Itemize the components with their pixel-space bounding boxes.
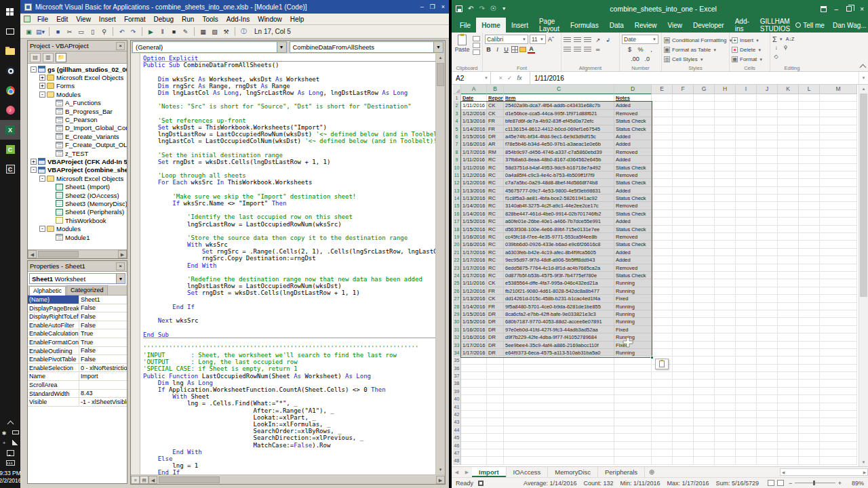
cell-K9[interactable] — [778, 156, 799, 163]
cut-icon[interactable]: ✂ — [64, 26, 75, 37]
camtasia-recorder-button[interactable]: C — [0, 159, 20, 179]
cell-D39[interactable] — [614, 388, 652, 395]
cell-H7[interactable] — [715, 140, 736, 148]
move-icon[interactable]: + — [1, 440, 7, 446]
cell-C20[interactable]: 039bb6d0-0926-433e-b6ad-e9c6f26616c8 — [504, 241, 614, 248]
cell-A4[interactable]: 1/13/2016 — [461, 117, 487, 125]
zoom-slider-thumb[interactable] — [813, 481, 815, 485]
column-header-G[interactable]: G — [694, 85, 715, 94]
cell-H29[interactable] — [715, 310, 736, 318]
collapse-icon[interactable]: - — [31, 66, 37, 73]
cell-B8[interactable]: RM — [487, 148, 504, 156]
cell-M34[interactable] — [820, 349, 857, 357]
cell-G30[interactable] — [694, 318, 715, 325]
cell-C18[interactable]: d563f308-100e-4e66-89bf-715e0131e7ee — [504, 226, 614, 233]
row-header-21[interactable]: 21 — [453, 249, 461, 256]
row-header-34[interactable]: 34 — [453, 349, 461, 357]
cell-L8[interactable] — [799, 148, 820, 156]
cell-J3[interactable] — [757, 110, 778, 117]
cell-C9[interactable]: 37fb8ab3-8eaa-48b0-8167-d364562e645b — [504, 156, 614, 163]
property-row-visible[interactable]: Visible-1 - xlSheetVisible — [28, 398, 127, 407]
cell-K18[interactable] — [778, 226, 799, 233]
cell-B19[interactable]: RC — [487, 233, 504, 241]
cell-H21[interactable] — [715, 249, 736, 256]
cell-E6[interactable] — [652, 133, 673, 140]
cell-C25[interactable]: e5385564-dffe-4fa7-995a-046c432ed21a — [504, 279, 614, 287]
ribbon-tab-view[interactable]: View — [663, 18, 688, 33]
cell-F26[interactable] — [673, 287, 694, 295]
procedure-dropdown[interactable]: CombineDataFromAllSheets ▼ — [290, 41, 444, 53]
collapse-icon[interactable]: - — [39, 226, 45, 232]
row-header-45[interactable]: 45 — [453, 434, 461, 441]
cell-C23[interactable]: 6edd5875-7764-4c1d-8f1d-ac4b7685ca2a — [504, 264, 614, 272]
cell-L34[interactable] — [799, 349, 820, 357]
cell-H3[interactable] — [715, 110, 736, 117]
project-hscrollbar[interactable]: ◀ ▶ — [28, 249, 127, 258]
cell-B42[interactable] — [487, 411, 504, 418]
cell-I40[interactable] — [736, 395, 757, 403]
cell-D13[interactable]: Added — [614, 187, 652, 195]
cell-A45[interactable] — [461, 434, 487, 441]
cell-K25[interactable] — [778, 279, 799, 287]
number-format-combo[interactable]: Date▼ — [622, 35, 658, 44]
cell-H13[interactable] — [715, 187, 736, 195]
cell-K15[interactable] — [778, 202, 799, 209]
cell-H24[interactable] — [715, 272, 736, 279]
cell-J37[interactable] — [757, 372, 778, 380]
cell-M18[interactable] — [820, 226, 857, 233]
cell-A7[interactable]: 1/16/2016 — [461, 140, 487, 148]
cell-M44[interactable] — [820, 426, 857, 434]
cell-E5[interactable] — [652, 125, 673, 133]
cell-I38[interactable] — [736, 380, 757, 387]
cell-M35[interactable] — [820, 357, 857, 364]
cell-K21[interactable] — [778, 249, 799, 256]
close-button[interactable]: × — [860, 5, 864, 13]
cell-B28[interactable]: FR — [487, 303, 504, 310]
cell-L14[interactable] — [799, 195, 820, 202]
cell-D31[interactable]: Fixed — [614, 326, 652, 333]
cell-B9[interactable]: RC — [487, 156, 504, 163]
tab-alphabetic[interactable]: Alphabetic — [29, 286, 66, 296]
property-row-enablecalculation[interactable]: EnableCalculationTrue — [28, 329, 127, 338]
break-icon[interactable]: ‖ — [157, 26, 167, 37]
scroll-right-icon[interactable]: ▶ — [863, 470, 867, 474]
cell-H17[interactable] — [715, 218, 736, 225]
cell-J29[interactable] — [757, 310, 778, 318]
cell-G29[interactable] — [694, 310, 715, 318]
cell-A27[interactable]: 1/13/2016 — [461, 295, 487, 302]
ribbon-tab-file[interactable]: File — [454, 18, 476, 33]
enter-icon[interactable]: ✓ — [507, 75, 513, 81]
cell-L12[interactable] — [799, 179, 820, 186]
cell-K35[interactable] — [778, 357, 799, 364]
cell-F19[interactable] — [673, 233, 694, 241]
cell-D38[interactable] — [614, 380, 652, 387]
cell-B4[interactable]: FR — [487, 117, 504, 125]
copy-button[interactable] — [473, 43, 480, 48]
cell-M40[interactable] — [820, 395, 857, 403]
cell-I2[interactable] — [736, 102, 757, 109]
menu-insert[interactable]: Insert — [95, 16, 120, 23]
cell-E42[interactable] — [652, 411, 673, 418]
cell-F23[interactable] — [673, 264, 694, 272]
font-size-combo[interactable]: 11▼ — [530, 35, 546, 44]
row-header-20[interactable]: 20 — [453, 241, 461, 248]
row-header-15[interactable]: 15 — [453, 202, 461, 209]
cell-A19[interactable]: 1/16/2016 — [461, 233, 487, 241]
align-center-button[interactable] — [574, 47, 581, 53]
tree-item-sheet3-memorydisc-[interactable]: Sheet3 (MemoryDisc) — [28, 199, 127, 207]
cell-A35[interactable] — [461, 357, 487, 364]
cell-B41[interactable] — [487, 403, 504, 411]
cell-G28[interactable] — [694, 303, 715, 310]
cell-G27[interactable] — [694, 295, 715, 302]
cell-E17[interactable] — [652, 218, 673, 225]
cell-B23[interactable]: RC — [487, 264, 504, 272]
cell-H41[interactable] — [715, 403, 736, 411]
cell-styles-button[interactable]: ▥Cell Styles▼ — [664, 55, 727, 64]
ribbon-tab-formulas[interactable]: Formulas — [565, 18, 604, 33]
cell-H35[interactable] — [715, 357, 736, 364]
row-header-47[interactable]: 47 — [453, 449, 461, 457]
ribbon-tab-add-ins[interactable]: Add-ins — [730, 18, 755, 33]
cell-H25[interactable] — [715, 279, 736, 287]
cell-A20[interactable]: 1/16/2016 — [461, 241, 487, 248]
cell-J13[interactable] — [757, 187, 778, 195]
